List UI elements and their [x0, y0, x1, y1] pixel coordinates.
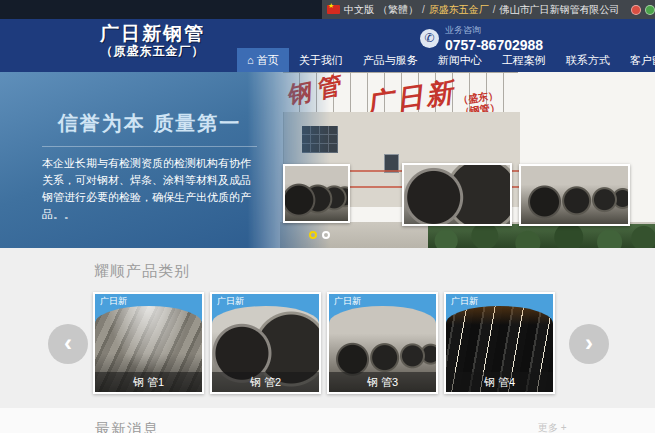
top-utility-bar: 中文版 （繁體） / 原盛东五金厂 / 佛山市广日新钢管有限公司	[0, 0, 655, 19]
carousel-dot-2[interactable]	[322, 231, 330, 239]
nav-label: 首页	[257, 54, 279, 66]
nav-item-feedback[interactable]: 客户留言	[620, 48, 655, 72]
site-logo[interactable]: 广日新钢管 （原盛东五金厂）	[100, 24, 205, 58]
hero-banner: 钢管 广日新 （盛东） （钢管） 信誉为本 质量第一 本企业长期与有检测资质的检…	[0, 72, 655, 248]
old-factory-link[interactable]: 原盛东五金厂	[429, 3, 489, 17]
hero-divider	[42, 146, 257, 147]
product-caption-3: 钢 管3	[329, 372, 436, 392]
carousel-dot-1[interactable]	[309, 231, 317, 239]
product-caption-4: 钢 管4	[446, 372, 553, 392]
news-heading: 最新消息	[95, 420, 159, 433]
product-caption-1: 钢 管1	[95, 372, 202, 392]
separator: /	[493, 4, 496, 15]
lang-link-simplified[interactable]: 中文版	[344, 3, 374, 17]
product-caption-2: 钢 管2	[212, 372, 319, 392]
phone-label: 业务咨询	[445, 24, 543, 37]
trees	[428, 224, 655, 248]
nav-item-cases[interactable]: 工程案例	[492, 48, 556, 72]
nav-item-products[interactable]: 产品与服务	[353, 48, 428, 72]
brand-tag: 广日新	[100, 295, 127, 308]
nav-item-home[interactable]: ⌂首页	[237, 48, 289, 72]
separator: /	[422, 4, 425, 15]
phone-icon: ✆	[420, 29, 439, 48]
brand-tag: 广日新	[217, 295, 244, 308]
top-utility-bar-links: 中文版 （繁體） / 原盛东五金厂 / 佛山市广日新钢管有限公司	[322, 0, 655, 19]
site-header: 广日新钢管 （原盛东五金厂） ✆ 业务咨询 0757-86702988 ⌂首页 …	[0, 19, 655, 72]
page: 中文版 （繁體） / 原盛东五金厂 / 佛山市广日新钢管有限公司 广日新钢管 （…	[0, 0, 655, 433]
company-name-link[interactable]: 佛山市广日新钢管有限公司	[500, 3, 620, 17]
china-flag-icon	[327, 5, 340, 14]
hero-content: 信誉为本 质量第一 本企业长期与有检测资质的检测机构有协作关系，可对钢材、焊条、…	[42, 110, 257, 223]
red-badge-icon[interactable]	[631, 5, 641, 15]
nav-item-about[interactable]: 关于我们	[289, 48, 353, 72]
brand-tag: 广日新	[334, 295, 361, 308]
hero-thumbnail-1[interactable]	[283, 164, 350, 223]
lang-link-traditional[interactable]: （繁體）	[378, 3, 418, 17]
green-badge-icon[interactable]	[645, 5, 655, 15]
news-more-link[interactable]: 更多 +	[538, 421, 567, 433]
topbar-icon-group	[631, 5, 655, 15]
carousel-prev-button[interactable]: ‹	[48, 324, 88, 364]
carousel-next-button[interactable]: ›	[569, 324, 609, 364]
product-card-1[interactable]: 广日新 钢 管1	[93, 292, 204, 394]
product-card-3[interactable]: 广日新 钢 管3	[327, 292, 438, 394]
hero-thumbnail-2[interactable]	[402, 163, 512, 226]
hero-thumbnail-3[interactable]	[519, 164, 630, 226]
main-nav: ⌂首页 关于我们 产品与服务 新闻中心 工程案例 联系方式 客户留言	[237, 48, 655, 72]
home-icon: ⌂	[247, 54, 254, 66]
products-section: 耀顺产品类别 广日新 钢 管1 广日新 钢 管2 广日新 钢 管3 广日新 钢 …	[0, 248, 655, 408]
nav-item-contact[interactable]: 联系方式	[556, 48, 620, 72]
product-card-2[interactable]: 广日新 钢 管2	[210, 292, 321, 394]
logo-subtitle: （原盛东五金厂）	[100, 45, 205, 58]
hero-paragraph: 本企业长期与有检测资质的检测机构有协作关系，可对钢材、焊条、涂料等材料及成品钢管…	[42, 155, 257, 223]
news-section: 最新消息 更多 +	[0, 408, 655, 433]
hero-headline: 信誉为本 质量第一	[42, 110, 257, 137]
brand-tag: 广日新	[451, 295, 478, 308]
logo-title: 广日新钢管	[100, 24, 205, 45]
nav-item-news[interactable]: 新闻中心	[428, 48, 492, 72]
products-heading: 耀顺产品类别	[94, 262, 190, 281]
product-card-4[interactable]: 广日新 钢 管4	[444, 292, 555, 394]
carousel-dots	[309, 231, 330, 239]
product-card-row: 广日新 钢 管1 广日新 钢 管2 广日新 钢 管3 广日新 钢 管4	[93, 292, 555, 394]
